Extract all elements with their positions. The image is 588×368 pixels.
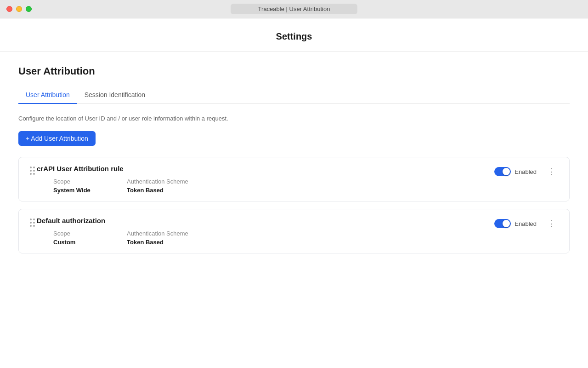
rule-1-title: crAPI User Attribution rule [37,165,494,172]
drag-dots-1 [30,167,35,175]
drag-dots-2 [30,218,35,227]
rule-1-toggle[interactable] [494,167,511,176]
card-row-1: crAPI User Attribution rule Scope Authen… [28,165,560,194]
rule-1-auth-value: Token Based [127,187,494,194]
rule-1-auth-label: Authentication Scheme [127,178,494,185]
rule-2-auth-value: Token Based [127,239,494,246]
rule-2-fields: Scope Authentication Scheme Custom Token… [37,230,494,246]
drag-dot [30,173,32,175]
rule-2-more-menu[interactable]: ⋮ [544,217,560,230]
rule-1-more-menu[interactable]: ⋮ [544,165,560,178]
window-controls [6,6,32,12]
main-content: Settings User Attribution User Attributi… [0,18,588,368]
minimize-button[interactable] [16,6,22,12]
tabs-container: User Attribution Session Identification [18,86,570,104]
card-info-1: crAPI User Attribution rule Scope Authen… [37,165,494,194]
tab-user-attribution[interactable]: User Attribution [18,86,77,104]
drag-dot [30,218,32,220]
settings-heading: Settings [0,18,588,52]
drag-handle-2[interactable] [28,217,37,229]
rule-1-fields: Scope Authentication Scheme System Wide … [37,178,494,194]
rule-2-enabled-label: Enabled [514,220,537,227]
card-info-2: Default authorization Scope Authenticati… [37,217,494,246]
drag-dot [33,170,35,172]
drag-dot [33,167,35,168]
rule-2-toggle[interactable] [494,219,511,228]
add-user-attribution-button[interactable]: + Add User Attribution [18,131,96,146]
tab-session-identification[interactable]: Session Identification [77,86,153,104]
drag-dot [33,225,35,227]
card-left-2: Default authorization Scope Authenticati… [28,217,494,246]
rule-2-scope-value: Custom [53,239,127,246]
rule-2-actions: Enabled ⋮ [494,217,560,230]
titlebar: Traceable | User Attribution [0,0,588,18]
drag-dot [30,167,32,168]
card-left-1: crAPI User Attribution rule Scope Authen… [28,165,494,194]
rule-1-actions: Enabled ⋮ [494,165,560,178]
page-title: User Attribution [18,65,570,77]
rule-2-auth-label: Authentication Scheme [127,230,494,237]
rule-card-1: crAPI User Attribution rule Scope Authen… [18,157,570,201]
rule-2-scope-label: Scope [53,230,127,237]
content-area: User Attribution User Attribution Sessio… [9,52,579,275]
rule-card-2: Default authorization Scope Authenticati… [18,209,570,253]
window-title: Traceable | User Attribution [231,4,358,14]
maximize-button[interactable] [26,6,32,12]
card-row-2: Default authorization Scope Authenticati… [28,217,560,246]
drag-dot [33,218,35,220]
drag-handle-1[interactable] [28,165,37,177]
rule-1-toggle-container: Enabled [494,167,537,176]
close-button[interactable] [6,6,12,12]
drag-dot [30,170,32,172]
rule-2-title: Default authorization [37,217,494,224]
rule-1-scope-label: Scope [53,178,127,185]
page-description: Configure the location of User ID and / … [18,115,570,122]
drag-dot [33,173,35,175]
drag-dot [33,222,35,224]
drag-dot [30,225,32,227]
rule-1-enabled-label: Enabled [514,168,537,175]
rule-1-scope-value: System Wide [53,187,127,194]
rule-2-toggle-container: Enabled [494,219,537,228]
drag-dot [30,222,32,224]
